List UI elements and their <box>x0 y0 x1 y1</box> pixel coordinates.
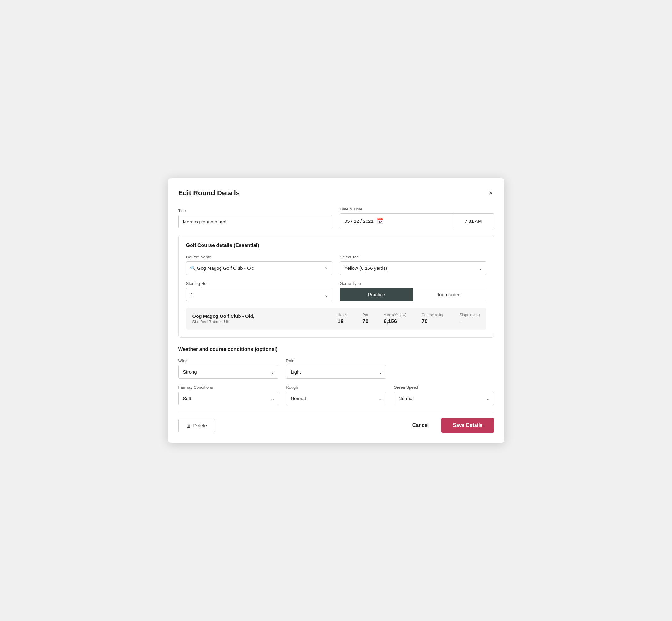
rain-label: Rain <box>286 359 386 363</box>
title-input[interactable] <box>178 215 333 229</box>
cancel-button[interactable]: Cancel <box>407 419 434 432</box>
green-speed-wrap: Slow Normal Fast Very Fast ⌄ <box>394 391 494 405</box>
rough-group: Rough Short Normal Long Very Long ⌄ <box>286 385 386 405</box>
footer-right: Cancel Save Details <box>407 418 494 432</box>
holes-stat: Holes 18 <box>338 313 347 325</box>
course-info-name-bold: Gog Magog Golf Club - Old, <box>193 313 338 319</box>
trash-icon: 🗑 <box>186 423 191 428</box>
select-tee-dropdown[interactable]: Yellow (6,156 yards) White Red Blue <box>340 261 486 275</box>
practice-button[interactable]: Practice <box>340 288 413 301</box>
hole-gametype-row: Starting Hole 1 10 ⌄ Game Type Practice … <box>186 281 486 301</box>
fairway-group: Fairway Conditions Dry Normal Soft Wet ⌄ <box>178 385 279 405</box>
green-speed-dropdown[interactable]: Slow Normal Fast Very Fast <box>394 391 494 405</box>
datetime-group: Date & Time 05 / 12 / 2021 📅 7:31 AM <box>340 207 494 229</box>
clear-course-icon[interactable]: ✕ <box>324 265 328 271</box>
close-button[interactable]: × <box>488 189 494 198</box>
course-section-title: Golf Course details (Essential) <box>186 243 486 248</box>
course-section: Golf Course details (Essential) Course N… <box>178 235 494 338</box>
modal-header: Edit Round Details × <box>178 189 494 198</box>
rough-label: Rough <box>286 385 386 390</box>
edit-round-modal: Edit Round Details × Title Date & Time 0… <box>168 178 504 443</box>
par-value: 70 <box>363 318 369 325</box>
rain-wrap: None Light Moderate Heavy ⌄ <box>286 365 386 379</box>
wind-dropdown[interactable]: Calm Light Moderate Strong Very Strong <box>178 365 279 379</box>
course-info-row: Gog Magog Golf Club - Old, Shelford Bott… <box>186 308 486 330</box>
date-box[interactable]: 05 / 12 / 2021 📅 <box>340 213 453 229</box>
rain-group: Rain None Light Moderate Heavy ⌄ <box>286 359 386 379</box>
slope-rating-stat: Slope rating - <box>459 313 479 325</box>
yards-value: 6,156 <box>384 318 397 325</box>
fairway-label: Fairway Conditions <box>178 385 279 390</box>
course-info-location: Shelford Bottom, UK <box>193 319 338 324</box>
date-time-group: 05 / 12 / 2021 📅 7:31 AM <box>340 213 494 229</box>
course-name-input[interactable] <box>186 261 333 275</box>
delete-button[interactable]: 🗑 Delete <box>178 419 215 432</box>
course-rating-value: 70 <box>421 318 427 325</box>
starting-hole-wrap: 1 10 ⌄ <box>186 288 333 301</box>
par-stat: Par 70 <box>363 313 369 325</box>
starting-hole-label: Starting Hole <box>186 281 333 286</box>
fairway-dropdown[interactable]: Dry Normal Soft Wet <box>178 391 279 405</box>
title-label: Title <box>178 208 333 213</box>
wind-wrap: Calm Light Moderate Strong Very Strong ⌄ <box>178 365 279 379</box>
modal-title: Edit Round Details <box>178 189 240 197</box>
yards-stat: Yards(Yellow) 6,156 <box>384 313 407 325</box>
title-group: Title <box>178 208 333 229</box>
rough-dropdown[interactable]: Short Normal Long Very Long <box>286 391 386 405</box>
calendar-icon: 📅 <box>377 217 384 224</box>
save-button[interactable]: Save Details <box>442 418 494 432</box>
fairway-wrap: Dry Normal Soft Wet ⌄ <box>178 391 279 405</box>
course-name-search-wrap: 🔍 ✕ <box>186 261 333 275</box>
time-value: 7:31 AM <box>464 218 482 224</box>
course-name-label: Course Name <box>186 255 333 259</box>
weather-title: Weather and course conditions (optional) <box>178 346 494 352</box>
yards-label: Yards(Yellow) <box>384 313 407 317</box>
slope-rating-label: Slope rating <box>459 313 479 317</box>
rough-wrap: Short Normal Long Very Long ⌄ <box>286 391 386 405</box>
course-stats: Holes 18 Par 70 Yards(Yellow) 6,156 Cour… <box>338 313 479 325</box>
footer-row: 🗑 Delete Cancel Save Details <box>178 413 494 432</box>
date-value: 05 / 12 / 2021 <box>344 218 374 224</box>
course-rating-stat: Course rating 70 <box>421 313 444 325</box>
title-datetime-row: Title Date & Time 05 / 12 / 2021 📅 7:31 … <box>178 207 494 229</box>
game-type-group: Game Type Practice Tournament <box>340 281 486 301</box>
course-tee-row: Course Name 🔍 ✕ Select Tee Yellow (6,156… <box>186 255 486 275</box>
course-info-name: Gog Magog Golf Club - Old, Shelford Bott… <box>193 313 338 324</box>
course-name-group: Course Name 🔍 ✕ <box>186 255 333 275</box>
holes-value: 18 <box>338 318 344 325</box>
par-label: Par <box>363 313 369 317</box>
delete-label: Delete <box>194 423 207 428</box>
select-tee-wrap: Yellow (6,156 yards) White Red Blue ⌄ <box>340 261 486 275</box>
game-type-label: Game Type <box>340 281 486 286</box>
starting-hole-group: Starting Hole 1 10 ⌄ <box>186 281 333 301</box>
green-speed-group: Green Speed Slow Normal Fast Very Fast ⌄ <box>394 385 494 405</box>
wind-group: Wind Calm Light Moderate Strong Very Str… <box>178 359 279 379</box>
wind-label: Wind <box>178 359 279 363</box>
weather-section: Weather and course conditions (optional)… <box>178 346 494 405</box>
holes-label: Holes <box>338 313 347 317</box>
time-box[interactable]: 7:31 AM <box>453 213 494 229</box>
datetime-label: Date & Time <box>340 207 494 211</box>
slope-rating-value: - <box>459 318 461 325</box>
spacer <box>394 359 494 379</box>
starting-hole-dropdown[interactable]: 1 10 <box>186 288 333 301</box>
tournament-button[interactable]: Tournament <box>413 288 486 301</box>
rain-dropdown[interactable]: None Light Moderate Heavy <box>286 365 386 379</box>
wind-rain-row: Wind Calm Light Moderate Strong Very Str… <box>178 359 494 379</box>
green-speed-label: Green Speed <box>394 385 494 390</box>
select-tee-label: Select Tee <box>340 255 486 259</box>
course-rating-label: Course rating <box>421 313 444 317</box>
fairway-rough-green-row: Fairway Conditions Dry Normal Soft Wet ⌄… <box>178 385 494 405</box>
search-icon: 🔍 <box>190 265 196 271</box>
select-tee-group: Select Tee Yellow (6,156 yards) White Re… <box>340 255 486 275</box>
game-type-toggle: Practice Tournament <box>340 288 486 301</box>
